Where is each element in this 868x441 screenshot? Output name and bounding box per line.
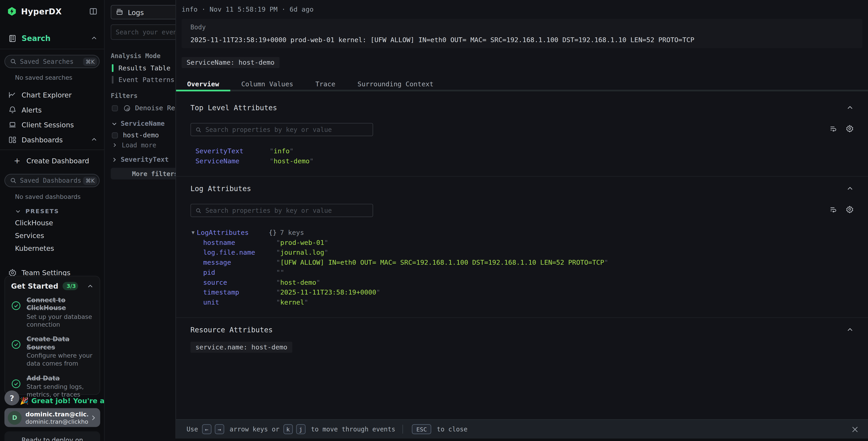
attribute-value[interactable]: info [270,147,293,155]
attribute-row[interactable]: hostname prod-web-01 [191,238,868,247]
sidebar-item-chart-explorer[interactable]: Chart Explorer [0,89,104,100]
wrap-lines-icon[interactable] [829,205,837,213]
section-resource-attributes: Resource Attributes [190,325,854,334]
sidebar-item-label: Alerts [22,106,97,114]
section-log-attributes: Log Attributes [190,184,854,193]
chevron-up-icon[interactable] [87,283,94,289]
attribute-value[interactable]: prod-web-01 [276,239,328,246]
sidebar-item-client-sessions[interactable]: Client Sessions [0,119,104,130]
attribute-key[interactable]: source [203,278,276,286]
attribute-value[interactable]: journal.log [276,249,328,257]
attribute-row[interactable]: source host-demo [191,277,868,288]
saved-dashboards-input[interactable] [20,177,83,184]
kbd-esc: ESC [412,424,431,434]
attribute-key[interactable]: ServiceName [195,157,270,165]
more-filters-button[interactable]: More filters [111,168,175,179]
tab-trace[interactable]: Trace [304,76,346,91]
attribute-row[interactable]: pid [191,267,868,277]
filter-value-host-demo[interactable]: host-demo [112,131,159,139]
saved-searches-input[interactable] [20,58,83,65]
wrap-lines-icon[interactable] [829,125,837,133]
attribute-value[interactable]: host-demo [270,157,314,165]
get-started-item-title: Create Data Sources [27,335,94,351]
body-text: 2025-11-11T23:58:19+0000 prod-web-01 ker… [190,36,854,44]
attribute-row[interactable]: timestamp 2025-11-11T23:58:19+0000 [191,288,868,297]
event-body-box[interactable]: Body 2025-11-11T23:58:19+0000 prod-web-0… [182,19,862,48]
filter-group-severitytext[interactable]: SeverityText [111,155,169,163]
attribute-row[interactable]: log.file.name journal.log [191,247,868,258]
resource-service-name-tag[interactable]: service.name: host-demo [190,342,292,353]
sidebar-item-dashboards[interactable]: Dashboards [0,134,104,145]
filter-group-servicename[interactable]: ServiceName [111,120,165,127]
attribute-key[interactable]: hostname [203,239,276,246]
drawer-tabs: Overview Column Values Trace Surrounding… [176,76,868,91]
load-more-row[interactable]: Load more [112,141,156,149]
top-level-search-input[interactable] [206,126,368,134]
attribute-value[interactable]: host-demo [276,278,320,286]
denoise-filter-row[interactable]: Denoise Results [112,104,176,112]
tree-root-row[interactable]: ▼ LogAttributes {} 7 keys [191,227,868,238]
tab-surrounding-context[interactable]: Surrounding Context [346,76,444,91]
mode-event-patterns[interactable]: Event Patterns [112,76,175,84]
chevron-down-icon [111,120,118,127]
tab-column-values[interactable]: Column Values [230,76,304,91]
attribute-key[interactable]: message [203,259,276,266]
braces-icon: {} [269,229,277,236]
host-demo-checkbox[interactable] [112,132,118,138]
attribute-row[interactable]: ServiceName host-demo [195,156,868,166]
event-search-input[interactable] [111,24,175,40]
denoise-checkbox[interactable] [112,105,118,111]
kbd-j: j [296,424,305,434]
attribute-key[interactable]: timestamp [203,289,276,296]
close-icon[interactable] [851,425,859,433]
chevron-up-icon[interactable] [846,326,854,333]
help-button[interactable]: ? [4,390,19,406]
attribute-value[interactable] [276,269,284,276]
chevron-up-icon[interactable] [91,136,97,143]
attribute-key[interactable]: pid [203,269,276,276]
get-started-item-title: Connect to ClickHouse [27,296,94,312]
chevron-up-icon[interactable] [91,35,97,41]
user-menu[interactable]: D dominic.tran@clic... dominic.tran@clic… [4,408,100,427]
divider [0,149,104,150]
analysis-mode-label: Analysis Mode [111,52,160,60]
sidebar-item-search[interactable]: Search [0,33,104,44]
preset-services[interactable]: Services [15,231,104,240]
chevron-up-icon[interactable] [846,185,854,192]
tree-root-key[interactable]: LogAttributes [197,229,269,236]
attribute-row[interactable]: message [UFW ALLOW] IN=eth0 OUT= MAC= SR… [191,257,868,267]
attribute-key[interactable]: log.file.name [203,249,276,257]
chevron-up-icon[interactable] [846,104,854,111]
sidebar-item-alerts[interactable]: Alerts [0,104,104,115]
get-started-item-add-data[interactable]: Add Data Start sending logs, metrics, or… [11,374,94,399]
source-selector-button[interactable]: Logs [111,5,175,19]
search-icon [195,127,202,133]
attribute-row[interactable]: SeverityText info [195,146,868,156]
attribute-value[interactable]: kernel [276,298,308,306]
log-attributes-search-input[interactable] [206,207,368,214]
sidebar-item-label: Search [22,34,91,42]
service-name-tag[interactable]: ServiceName: host-demo [182,57,279,68]
tab-overview[interactable]: Overview [176,76,230,91]
get-started-item-sources[interactable]: Create Data Sources Configure where your… [11,335,94,368]
attribute-row[interactable]: unit kernel [191,297,868,307]
sidebar-collapse-icon[interactable] [89,7,97,16]
caret-down-icon[interactable]: ▼ [191,230,194,235]
attribute-key[interactable]: unit [203,298,276,306]
tree-root-meta: 7 keys [280,229,304,236]
deploy-banner[interactable]: Ready to deploy on [4,432,100,441]
log-attributes-search-wrap [190,204,373,217]
get-started-header[interactable]: Get Started 3/3 [11,282,94,290]
attribute-key[interactable]: SeverityText [195,147,270,155]
mode-results-table[interactable]: Results Table [112,64,170,72]
attribute-value[interactable]: 2025-11-11T23:58:19+0000 [276,289,380,296]
gear-icon[interactable] [846,125,854,133]
get-started-item-connect[interactable]: Connect to ClickHouse Set up your databa… [11,296,94,329]
create-dashboard-button[interactable]: + Create Dashboard [14,156,104,165]
attribute-value[interactable]: [UFW ALLOW] IN=eth0 OUT= MAC= SRC=192.16… [276,259,608,266]
preset-clickhouse[interactable]: ClickHouse [15,219,104,227]
gear-icon[interactable] [846,205,854,213]
presets-toggle[interactable]: PRESETS [15,208,104,214]
preset-kubernetes[interactable]: Kubernetes [15,244,104,253]
no-saved-dashboards-note: No saved dashboards [15,193,104,201]
